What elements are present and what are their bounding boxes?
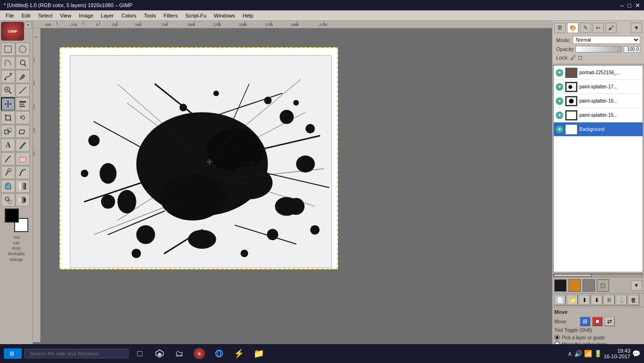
toolbox-close-btn[interactable]: ✕ xyxy=(25,22,32,28)
foreground-color[interactable] xyxy=(5,208,19,223)
taskbar-app-store[interactable]: 🗂 xyxy=(171,345,188,362)
layer-name: paint-splatter-15... xyxy=(579,112,641,118)
taskbar-battery-icon[interactable]: 🔋 xyxy=(594,350,602,357)
layer-visibility-icon[interactable]: 👁 xyxy=(556,83,563,91)
tool-paintbrush[interactable] xyxy=(1,152,15,165)
taskbar-app-gimp[interactable]: G xyxy=(191,345,208,362)
radio-pick-layer[interactable]: Pick a layer or guide xyxy=(554,335,642,340)
tool-color-picker[interactable] xyxy=(16,70,30,83)
menu-view[interactable]: View xyxy=(56,12,75,19)
menu-image[interactable]: Image xyxy=(75,12,97,19)
taskbar-chevron-icon[interactable]: ∧ xyxy=(568,350,572,357)
tool-eraser[interactable] xyxy=(16,152,30,165)
menu-colors[interactable]: Colors xyxy=(118,12,140,19)
tool-airbrush[interactable] xyxy=(1,166,15,179)
layer-visibility-icon[interactable]: 👁 xyxy=(556,97,563,105)
opacity-slider[interactable] xyxy=(576,46,622,52)
taskbar-volume-icon[interactable]: 🔊 xyxy=(574,350,582,357)
tool-shear[interactable] xyxy=(16,125,30,138)
tool-zoom[interactable] xyxy=(1,84,15,97)
tool-scale[interactable] xyxy=(1,125,15,138)
taskbar-app-ie[interactable] xyxy=(211,345,228,362)
minimize-button[interactable]: – xyxy=(620,2,624,9)
image-canvas[interactable]: ✛ xyxy=(70,55,332,268)
layer-item[interactable]: 👁 portrait-2252156_... xyxy=(554,66,643,80)
menu-filters[interactable]: Filters xyxy=(160,12,182,19)
move-icon-selection[interactable]: ■ xyxy=(592,317,602,326)
taskbar-task-view[interactable]: □ xyxy=(131,345,148,362)
lock-pixels-icon[interactable]: 🖊 xyxy=(570,54,576,61)
new-layer-button[interactable]: 📄 xyxy=(554,295,566,305)
tool-move[interactable] xyxy=(1,97,15,111)
tool-dodge-burn[interactable] xyxy=(16,193,30,207)
taskbar-network-icon[interactable]: 📶 xyxy=(584,350,592,357)
maximize-button[interactable]: □ xyxy=(627,2,631,9)
tool-rotate[interactable] xyxy=(16,111,30,124)
tool-ellipse-select[interactable] xyxy=(16,43,30,56)
layer-down-button[interactable]: ⬇ xyxy=(591,295,602,305)
menu-edit[interactable]: Edit xyxy=(18,12,34,19)
opacity-value[interactable]: 100.0 xyxy=(624,46,640,52)
move-icon-path[interactable]: ⇄ xyxy=(604,317,615,326)
start-button[interactable]: ⊞ xyxy=(4,348,22,359)
close-button[interactable]: ✕ xyxy=(635,2,640,9)
layer-anchor-button[interactable]: ⚓ xyxy=(616,295,627,305)
menu-tools[interactable]: Tools xyxy=(140,12,160,19)
layer-visibility-icon[interactable]: 👁 xyxy=(556,126,563,133)
panel-icon-history[interactable]: ↩ xyxy=(593,23,604,33)
tool-blend[interactable] xyxy=(16,180,30,193)
tool-free-select[interactable] xyxy=(1,56,15,69)
tool-paths[interactable] xyxy=(1,70,15,83)
layer-item[interactable]: 👁 paint-splatter-17... xyxy=(554,80,643,94)
new-layer-group-button[interactable]: 📁 xyxy=(567,295,578,305)
tool-clone[interactable] xyxy=(1,193,15,207)
tool-measure[interactable] xyxy=(16,84,30,97)
tool-bucket-fill[interactable] xyxy=(1,180,15,193)
taskbar-app-files[interactable]: 📁 xyxy=(250,345,267,362)
layer-visibility-icon[interactable]: 👁 xyxy=(556,112,563,119)
tool-crop[interactable] xyxy=(1,111,15,124)
color-swatch-grey[interactable] xyxy=(583,279,595,292)
panel-icon-layers[interactable]: 🖹 xyxy=(554,23,566,33)
tool-pencil[interactable] xyxy=(16,138,30,152)
layer-duplicate-button[interactable]: ⎘ xyxy=(603,295,615,305)
color-swatch-extra[interactable]: ⊡ xyxy=(597,279,609,292)
svg-rect-15 xyxy=(19,101,26,103)
layers-scrollbar[interactable] xyxy=(553,274,643,277)
taskbar-notification-icon[interactable]: 💬 xyxy=(632,350,640,357)
lock-alpha-icon[interactable]: ◻ xyxy=(578,54,583,61)
color-options-btn[interactable]: ▼ xyxy=(631,280,642,291)
menu-help[interactable]: Help xyxy=(239,12,257,19)
tool-rectangle-select[interactable] xyxy=(1,43,15,56)
layer-item[interactable]: 👁 paint-splatter-15... xyxy=(554,108,643,122)
tool-text[interactable]: A xyxy=(1,138,15,152)
panel-icon-brushes[interactable]: 🖌 xyxy=(605,23,617,33)
menu-select[interactable]: Select xyxy=(34,12,57,19)
svg-text:200: 200 xyxy=(34,80,35,86)
layer-up-button[interactable]: ⬆ xyxy=(579,295,590,305)
radio-pick-layer-btn[interactable] xyxy=(554,335,560,340)
menu-file[interactable]: File xyxy=(2,12,18,19)
right-panel-top: 🖹 🎨 ✎ ↩ 🖌 ▼ Mode: Normal Multiply Screen… xyxy=(552,21,644,64)
mode-select[interactable]: Normal Multiply Screen Overlay xyxy=(573,36,640,44)
panel-icon-channels[interactable]: 🎨 xyxy=(567,23,578,33)
taskbar-search-input[interactable] xyxy=(25,349,128,358)
layer-item-background[interactable]: 👁 Background xyxy=(554,122,643,137)
panel-menu-btn[interactable]: ▼ xyxy=(631,23,642,33)
layer-visibility-icon[interactable]: 👁 xyxy=(556,69,563,77)
tool-fuzzy-select[interactable] xyxy=(16,56,30,69)
menu-scriptfu[interactable]: Script-Fu xyxy=(181,12,210,19)
menu-windows[interactable]: Windows xyxy=(210,12,239,19)
color-swatch-orange[interactable] xyxy=(568,279,581,292)
taskbar-app-flash[interactable]: ⚡ xyxy=(230,345,247,362)
taskbar-app-dropbox[interactable] xyxy=(151,345,168,362)
layer-item[interactable]: 👁 paint-splatter-16... xyxy=(554,94,643,108)
move-icon-layer[interactable]: ⊞ xyxy=(580,317,590,326)
tool-ink[interactable] xyxy=(16,166,30,179)
layer-delete-button[interactable]: 🗑 xyxy=(628,295,639,305)
menu-layer[interactable]: Layer xyxy=(97,12,118,19)
panel-icon-paths[interactable]: ✎ xyxy=(580,23,591,33)
layers-scroll-thumb[interactable] xyxy=(554,274,592,277)
color-swatch-black[interactable] xyxy=(554,279,567,292)
tool-align[interactable] xyxy=(16,97,30,111)
